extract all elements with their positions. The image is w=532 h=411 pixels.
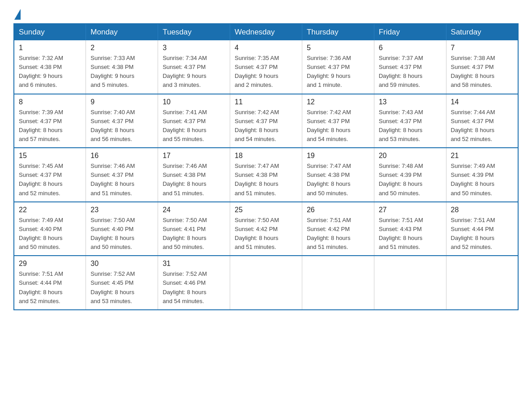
day-number: 19	[307, 152, 369, 160]
header-wednesday: Wednesday	[230, 24, 302, 40]
day-number: 4	[235, 44, 297, 52]
day-number: 5	[307, 44, 369, 52]
calendar-cell: 8 Sunrise: 7:39 AMSunset: 4:37 PMDayligh…	[14, 94, 86, 148]
calendar-cell: 23 Sunrise: 7:50 AMSunset: 4:40 PMDaylig…	[86, 202, 158, 256]
calendar-cell: 22 Sunrise: 7:49 AMSunset: 4:40 PMDaylig…	[14, 202, 86, 256]
day-number: 3	[163, 44, 225, 52]
week-row-2: 8 Sunrise: 7:39 AMSunset: 4:37 PMDayligh…	[14, 94, 518, 148]
calendar-cell	[374, 256, 446, 310]
header-monday: Monday	[86, 24, 158, 40]
day-number: 17	[163, 152, 225, 160]
calendar-cell: 20 Sunrise: 7:48 AMSunset: 4:39 PMDaylig…	[374, 148, 446, 202]
day-number: 29	[19, 260, 81, 268]
day-info: Sunrise: 7:50 AMSunset: 4:40 PMDaylight:…	[90, 216, 153, 252]
day-number: 23	[90, 206, 153, 214]
day-info: Sunrise: 7:48 AMSunset: 4:39 PMDaylight:…	[379, 162, 442, 198]
day-info: Sunrise: 7:44 AMSunset: 4:37 PMDaylight:…	[451, 108, 513, 144]
day-info: Sunrise: 7:41 AMSunset: 4:37 PMDaylight:…	[163, 108, 225, 144]
calendar-table: SundayMondayTuesdayWednesdayThursdayFrid…	[13, 23, 519, 310]
day-number: 9	[90, 98, 153, 106]
calendar-cell: 7 Sunrise: 7:38 AMSunset: 4:37 PMDayligh…	[446, 40, 518, 94]
week-row-3: 15 Sunrise: 7:45 AMSunset: 4:37 PMDaylig…	[14, 148, 518, 202]
header-friday: Friday	[374, 24, 446, 40]
calendar-cell: 24 Sunrise: 7:50 AMSunset: 4:41 PMDaylig…	[158, 202, 230, 256]
day-number: 14	[451, 98, 513, 106]
day-number: 18	[235, 152, 297, 160]
day-number: 20	[379, 152, 442, 160]
day-number: 13	[379, 98, 442, 106]
logo-triangle-icon	[14, 9, 21, 20]
day-number: 27	[379, 206, 442, 214]
calendar-cell	[446, 256, 518, 310]
day-info: Sunrise: 7:47 AMSunset: 4:38 PMDaylight:…	[307, 162, 369, 198]
day-info: Sunrise: 7:51 AMSunset: 4:42 PMDaylight:…	[307, 216, 369, 252]
day-info: Sunrise: 7:37 AMSunset: 4:37 PMDaylight:…	[379, 54, 442, 90]
calendar-cell: 25 Sunrise: 7:50 AMSunset: 4:42 PMDaylig…	[230, 202, 302, 256]
logo	[13, 9, 21, 19]
calendar-cell: 31 Sunrise: 7:52 AMSunset: 4:46 PMDaylig…	[158, 256, 230, 310]
day-number: 26	[307, 206, 369, 214]
day-info: Sunrise: 7:52 AMSunset: 4:45 PMDaylight:…	[90, 270, 153, 306]
calendar-cell: 6 Sunrise: 7:37 AMSunset: 4:37 PMDayligh…	[374, 40, 446, 94]
day-number: 16	[90, 152, 153, 160]
day-info: Sunrise: 7:49 AMSunset: 4:39 PMDaylight:…	[451, 162, 513, 198]
calendar-header-row: SundayMondayTuesdayWednesdayThursdayFrid…	[14, 24, 518, 40]
day-info: Sunrise: 7:36 AMSunset: 4:37 PMDaylight:…	[307, 54, 369, 90]
day-number: 28	[451, 206, 513, 214]
day-number: 24	[163, 206, 225, 214]
day-number: 25	[235, 206, 297, 214]
day-number: 31	[163, 260, 225, 268]
page-header	[13, 9, 519, 19]
day-number: 15	[19, 152, 81, 160]
day-info: Sunrise: 7:32 AMSunset: 4:38 PMDaylight:…	[19, 54, 81, 90]
day-info: Sunrise: 7:51 AMSunset: 4:43 PMDaylight:…	[379, 216, 442, 252]
week-row-5: 29 Sunrise: 7:51 AMSunset: 4:44 PMDaylig…	[14, 256, 518, 310]
day-number: 6	[379, 44, 442, 52]
calendar-cell: 11 Sunrise: 7:42 AMSunset: 4:37 PMDaylig…	[230, 94, 302, 148]
day-number: 22	[19, 206, 81, 214]
calendar-cell: 30 Sunrise: 7:52 AMSunset: 4:45 PMDaylig…	[86, 256, 158, 310]
calendar-cell: 17 Sunrise: 7:46 AMSunset: 4:38 PMDaylig…	[158, 148, 230, 202]
day-info: Sunrise: 7:45 AMSunset: 4:37 PMDaylight:…	[19, 162, 81, 198]
header-thursday: Thursday	[302, 24, 374, 40]
calendar-cell: 18 Sunrise: 7:47 AMSunset: 4:38 PMDaylig…	[230, 148, 302, 202]
day-info: Sunrise: 7:43 AMSunset: 4:37 PMDaylight:…	[379, 108, 442, 144]
day-info: Sunrise: 7:46 AMSunset: 4:38 PMDaylight:…	[163, 162, 225, 198]
calendar-cell: 3 Sunrise: 7:34 AMSunset: 4:37 PMDayligh…	[158, 40, 230, 94]
calendar-cell: 9 Sunrise: 7:40 AMSunset: 4:37 PMDayligh…	[86, 94, 158, 148]
day-info: Sunrise: 7:50 AMSunset: 4:41 PMDaylight:…	[163, 216, 225, 252]
day-info: Sunrise: 7:39 AMSunset: 4:37 PMDaylight:…	[19, 108, 81, 144]
day-number: 1	[19, 44, 81, 52]
day-number: 30	[90, 260, 153, 268]
calendar-cell: 5 Sunrise: 7:36 AMSunset: 4:37 PMDayligh…	[302, 40, 374, 94]
calendar-cell: 13 Sunrise: 7:43 AMSunset: 4:37 PMDaylig…	[374, 94, 446, 148]
header-tuesday: Tuesday	[158, 24, 230, 40]
header-sunday: Sunday	[14, 24, 86, 40]
calendar-cell: 4 Sunrise: 7:35 AMSunset: 4:37 PMDayligh…	[230, 40, 302, 94]
calendar-cell: 16 Sunrise: 7:46 AMSunset: 4:37 PMDaylig…	[86, 148, 158, 202]
calendar-cell: 12 Sunrise: 7:42 AMSunset: 4:37 PMDaylig…	[302, 94, 374, 148]
calendar-cell: 14 Sunrise: 7:44 AMSunset: 4:37 PMDaylig…	[446, 94, 518, 148]
calendar-cell: 15 Sunrise: 7:45 AMSunset: 4:37 PMDaylig…	[14, 148, 86, 202]
day-info: Sunrise: 7:42 AMSunset: 4:37 PMDaylight:…	[235, 108, 297, 144]
day-info: Sunrise: 7:51 AMSunset: 4:44 PMDaylight:…	[451, 216, 513, 252]
day-info: Sunrise: 7:51 AMSunset: 4:44 PMDaylight:…	[19, 270, 81, 306]
calendar-cell: 10 Sunrise: 7:41 AMSunset: 4:37 PMDaylig…	[158, 94, 230, 148]
week-row-1: 1 Sunrise: 7:32 AMSunset: 4:38 PMDayligh…	[14, 40, 518, 94]
day-info: Sunrise: 7:40 AMSunset: 4:37 PMDaylight:…	[90, 108, 153, 144]
calendar-cell: 28 Sunrise: 7:51 AMSunset: 4:44 PMDaylig…	[446, 202, 518, 256]
calendar-cell: 19 Sunrise: 7:47 AMSunset: 4:38 PMDaylig…	[302, 148, 374, 202]
week-row-4: 22 Sunrise: 7:49 AMSunset: 4:40 PMDaylig…	[14, 202, 518, 256]
day-info: Sunrise: 7:34 AMSunset: 4:37 PMDaylight:…	[163, 54, 225, 90]
day-number: 12	[307, 98, 369, 106]
calendar-cell	[230, 256, 302, 310]
calendar-cell: 1 Sunrise: 7:32 AMSunset: 4:38 PMDayligh…	[14, 40, 86, 94]
calendar-cell: 27 Sunrise: 7:51 AMSunset: 4:43 PMDaylig…	[374, 202, 446, 256]
day-number: 11	[235, 98, 297, 106]
day-info: Sunrise: 7:33 AMSunset: 4:38 PMDaylight:…	[90, 54, 153, 90]
day-number: 10	[163, 98, 225, 106]
day-number: 2	[90, 44, 153, 52]
day-number: 8	[19, 98, 81, 106]
day-number: 7	[451, 44, 513, 52]
day-info: Sunrise: 7:46 AMSunset: 4:37 PMDaylight:…	[90, 162, 153, 198]
